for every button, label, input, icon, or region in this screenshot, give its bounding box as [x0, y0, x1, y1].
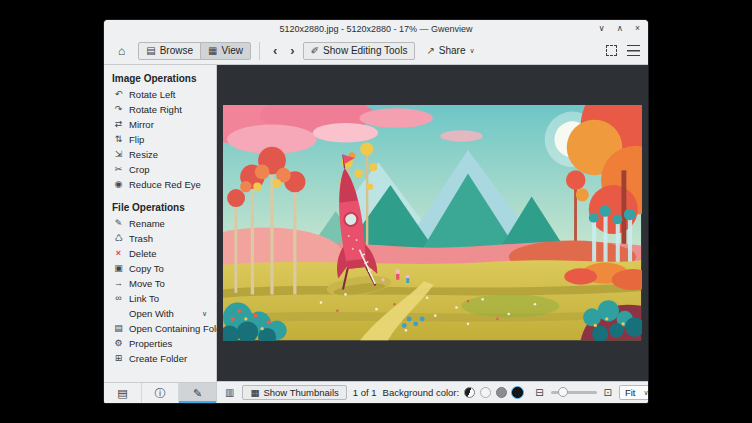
- share-label: Share: [439, 46, 466, 56]
- flip-item[interactable]: ⇅ Flip: [104, 132, 216, 147]
- mirror-item[interactable]: ⇄ Mirror: [104, 117, 216, 132]
- properties-item[interactable]: ⚙ Properties: [104, 336, 216, 351]
- zoom-slider-thumb[interactable]: [558, 387, 568, 397]
- home-button[interactable]: ⌂: [110, 41, 133, 61]
- gwenview-window: 5120x2880.jpg - 5120x2880 - 17% — Gwenvi…: [104, 20, 648, 403]
- zoom-mode-dropdown[interactable]: Fit ∨: [619, 385, 648, 401]
- properties-label: Properties: [129, 338, 172, 349]
- background-light-swatch[interactable]: [480, 387, 491, 398]
- link-to-label: Link To: [129, 293, 159, 304]
- create-folder-item[interactable]: ⊞ Create Folder: [104, 351, 216, 366]
- close-button[interactable]: ×: [635, 24, 640, 33]
- background-color-group: Background color:: [383, 387, 524, 398]
- background-color-label: Background color:: [383, 387, 460, 398]
- rotate-left-item[interactable]: ↶ Rotate Left: [104, 87, 216, 102]
- show-editing-tools-label: Show Editing Tools: [323, 46, 407, 56]
- next-button[interactable]: ›: [285, 44, 299, 57]
- main-area: ▥ ▦ Show Thumbnails 1 of 1 Background co…: [217, 65, 648, 403]
- view-mode-button[interactable]: ▦ View: [200, 42, 251, 60]
- titlebar[interactable]: 5120x2880.jpg - 5120x2880 - 17% — Gwenvi…: [104, 20, 648, 37]
- properties-icon: ⚙: [113, 339, 124, 348]
- open-containing-folder-item[interactable]: ▤ Open Containing Folder: [104, 321, 216, 336]
- link-to-item[interactable]: ∞ Link To: [104, 291, 216, 306]
- open-containing-folder-label: Open Containing Folder: [129, 323, 230, 334]
- home-icon: ⌂: [118, 45, 125, 57]
- chevron-down-icon: ∨: [469, 47, 474, 54]
- previous-button[interactable]: ‹: [268, 44, 282, 57]
- zoom-out-icon[interactable]: ⊟: [533, 388, 545, 398]
- background-auto-swatch[interactable]: [464, 387, 475, 398]
- rename-icon: ✎: [113, 219, 124, 228]
- share-icon: ↗: [426, 46, 434, 56]
- editing-tools-icon: ✐: [311, 46, 319, 56]
- link-icon: ∞: [113, 294, 124, 303]
- toolbar-right-group: [606, 45, 642, 56]
- hamburger-menu-button[interactable]: [627, 45, 640, 56]
- reduce-red-eye-item[interactable]: ◉ Reduce Red Eye: [104, 177, 216, 192]
- main-toolbar: ⌂ ▤ Browse ▦ View ‹ › ✐ Show Editing Too…: [104, 37, 648, 65]
- chevron-down-icon: ∨: [202, 308, 210, 319]
- maximize-button[interactable]: ∧: [617, 24, 623, 33]
- chevron-down-icon: ∨: [643, 389, 648, 396]
- reduce-red-eye-label: Reduce Red Eye: [129, 179, 201, 190]
- trash-label: Trash: [129, 233, 153, 244]
- app-body: Image Operations ↶ Rotate Left ↷ Rotate …: [104, 65, 648, 403]
- mode-switcher: ▤ Browse ▦ View: [138, 42, 251, 60]
- rename-item[interactable]: ✎ Rename: [104, 216, 216, 231]
- trash-item[interactable]: ♺ Trash: [104, 231, 216, 246]
- rotate-right-label: Rotate Right: [129, 104, 182, 115]
- delete-label: Delete: [129, 248, 156, 259]
- image-viewer: [217, 65, 648, 381]
- image-icon: ▦: [208, 46, 217, 56]
- copy-to-label: Copy To: [129, 263, 164, 274]
- move-to-item[interactable]: → Move To: [104, 276, 216, 291]
- toolbar-separator: [259, 42, 260, 60]
- background-dark-swatch[interactable]: [512, 387, 523, 398]
- crop-label: Crop: [129, 164, 150, 175]
- show-editing-tools-button[interactable]: ✐ Show Editing Tools: [303, 42, 416, 60]
- flip-label: Flip: [129, 134, 144, 145]
- browse-label: Browse: [160, 46, 193, 56]
- edit-tab[interactable]: ✎: [179, 383, 216, 403]
- browse-icon: ▤: [146, 46, 155, 56]
- information-tab[interactable]: ⓘ: [142, 383, 180, 403]
- zoom-mode-value: Fit: [625, 388, 636, 398]
- select-region-icon[interactable]: [606, 45, 617, 56]
- folder-icon: ▤: [117, 387, 127, 400]
- show-thumbnails-label: Show Thumbnails: [263, 388, 338, 398]
- zoom-slider[interactable]: [551, 391, 597, 394]
- image-operations-header: Image Operations: [104, 69, 216, 87]
- delete-item[interactable]: × Delete: [104, 246, 216, 261]
- thumbnail-bar-icon[interactable]: ▥: [223, 388, 236, 398]
- browse-mode-button[interactable]: ▤ Browse: [138, 42, 201, 60]
- sidebar-tab-bar: ▤ ⓘ ✎: [104, 382, 216, 403]
- status-bar: ▥ ▦ Show Thumbnails 1 of 1 Background co…: [217, 381, 648, 403]
- open-with-label: Open With: [129, 308, 174, 319]
- crop-item[interactable]: ✂ Crop: [104, 162, 216, 177]
- operations-sidebar: Image Operations ↶ Rotate Left ↷ Rotate …: [104, 65, 217, 403]
- pencil-icon: ✎: [193, 387, 202, 400]
- show-thumbnails-button[interactable]: ▦ Show Thumbnails: [242, 385, 346, 401]
- crop-icon: ✂: [113, 165, 124, 174]
- background-gray-swatch[interactable]: [496, 387, 507, 398]
- artwork-image: [223, 105, 641, 340]
- trash-icon: ♺: [113, 234, 124, 243]
- copy-to-item[interactable]: ▣ Copy To: [104, 261, 216, 276]
- mirror-icon: ⇄: [113, 120, 124, 129]
- info-icon: ⓘ: [155, 386, 166, 401]
- rename-label: Rename: [129, 218, 165, 229]
- open-with-item[interactable]: Open With ∨: [104, 306, 216, 321]
- move-to-label: Move To: [129, 278, 165, 289]
- resize-label: Resize: [129, 149, 158, 160]
- file-operations-header: File Operations: [104, 198, 216, 216]
- mirror-label: Mirror: [129, 119, 154, 130]
- rotate-right-item[interactable]: ↷ Rotate Right: [104, 102, 216, 117]
- delete-icon: ×: [113, 249, 124, 258]
- folder-tab[interactable]: ▤: [104, 383, 142, 403]
- rotate-left-label: Rotate Left: [129, 89, 175, 100]
- share-button[interactable]: ↗ Share ∨: [418, 42, 482, 60]
- copy-icon: ▣: [113, 264, 124, 273]
- minimize-button[interactable]: ∨: [599, 24, 605, 33]
- zoom-fit-icon[interactable]: ⊡: [602, 388, 614, 398]
- resize-item[interactable]: ⇲ Resize: [104, 147, 216, 162]
